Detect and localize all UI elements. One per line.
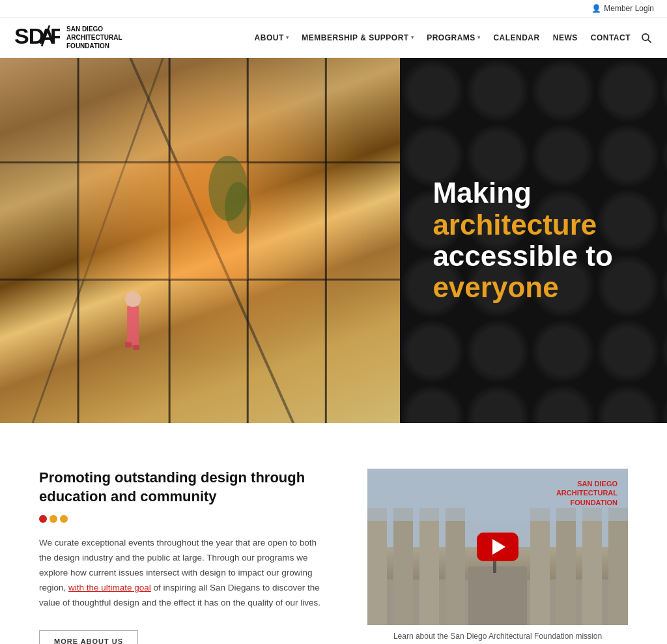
content-body: We curate exceptional events throughout … [39, 536, 328, 611]
nav-item-contact[interactable]: CONTACT [586, 29, 636, 46]
more-about-us-button[interactable]: MORE ABOUT US [39, 630, 138, 644]
member-login-label: Member Login [604, 4, 654, 13]
user-icon: 👤 [591, 4, 601, 13]
chevron-down-icon: ▾ [286, 35, 289, 40]
body-link[interactable]: with the ultimate goal [68, 583, 151, 593]
play-button[interactable] [477, 533, 518, 561]
content-section: Promoting outstanding design through edu… [0, 423, 667, 644]
site-header: SD A F SAN DIEGO ARCHITECTURAL FOUNDATIO… [0, 18, 667, 58]
svg-point-18 [225, 182, 251, 234]
brand-line2: ARCHITECTURAL [556, 489, 617, 497]
svg-rect-19 [127, 306, 139, 345]
content-right: SAN DIEGO ARCHITECTURAL FOUNDATION Learn… [367, 469, 628, 641]
main-nav: ABOUT ▾ MEMBERSHIP & SUPPORT ▾ PROGRAMS … [249, 29, 654, 47]
org-name-line1: SAN DIEGO [66, 25, 103, 33]
top-bar: 👤 Member Login [0, 0, 667, 18]
headline-accent2: everyone [433, 271, 558, 303]
logo-text: SAN DIEGO ARCHITECTURAL FOUNDATION [66, 25, 122, 50]
nav-item-membership[interactable]: MEMBERSHIP & SUPPORT ▾ [296, 29, 419, 46]
nav-item-news[interactable]: NEWS [548, 29, 583, 46]
nav-item-calendar[interactable]: CALENDAR [488, 29, 545, 46]
logo-svg: SD A F [13, 23, 60, 49]
nav-label-news: NEWS [553, 33, 578, 42]
headline-word3: accessible to [433, 240, 612, 272]
nav-label-calendar: CALENDAR [493, 33, 539, 42]
video-thumbnail[interactable]: SAN DIEGO ARCHITECTURAL FOUNDATION [367, 469, 628, 625]
logo-mark: SD A F [13, 23, 60, 52]
org-name-line3: FOUNDATION [66, 42, 109, 50]
dot-red [39, 515, 47, 523]
org-name-line2: ARCHITECTURAL [66, 34, 122, 41]
nav-item-about[interactable]: ABOUT ▾ [249, 29, 294, 46]
dot-orange [50, 515, 57, 523]
content-heading: Promoting outstanding design through edu… [39, 469, 328, 506]
svg-point-20 [125, 291, 141, 307]
svg-rect-16 [78, 162, 169, 280]
nav-label-about: ABOUT [255, 33, 284, 42]
site-logo[interactable]: SD A F SAN DIEGO ARCHITECTURAL FOUNDATIO… [13, 23, 122, 52]
hero-image [0, 58, 400, 423]
arch-overlay [0, 58, 400, 423]
svg-rect-22 [133, 345, 139, 350]
decorative-dots [39, 515, 328, 523]
svg-rect-21 [125, 342, 132, 347]
nav-item-programs[interactable]: PROGRAMS ▾ [421, 29, 485, 46]
headline-word1: Making [433, 177, 532, 209]
hero-right-panel: Making architecture accessible to everyo… [400, 58, 667, 423]
brand-line3: FOUNDATION [570, 499, 617, 506]
dot-orange2 [60, 515, 68, 523]
svg-line-6 [648, 40, 651, 42]
headline-accent1: architecture [433, 209, 597, 241]
youtube-brand: SAN DIEGO ARCHITECTURAL FOUNDATION [556, 479, 617, 507]
nav-label-programs: PROGRAMS [427, 33, 475, 42]
content-left: Promoting outstanding design through edu… [39, 469, 328, 644]
brand-line1: SAN DIEGO [577, 480, 617, 488]
nav-label-contact: CONTACT [591, 33, 631, 42]
nav-label-membership: MEMBERSHIP & SUPPORT [302, 33, 408, 42]
play-triangle-icon [492, 539, 505, 555]
brand-text: SAN DIEGO ARCHITECTURAL FOUNDATION [556, 479, 617, 507]
youtube-overlay: SAN DIEGO ARCHITECTURAL FOUNDATION [367, 469, 628, 625]
hero-headline: Making architecture accessible to everyo… [433, 177, 612, 304]
search-button[interactable] [638, 29, 654, 47]
member-login-link[interactable]: 👤 Member Login [591, 4, 654, 13]
chevron-down-icon: ▾ [411, 35, 414, 40]
search-icon [641, 33, 651, 43]
hero-text: Making architecture accessible to everyo… [433, 177, 612, 304]
svg-text:F: F [50, 23, 60, 48]
hero-section: Making architecture accessible to everyo… [0, 58, 667, 423]
chevron-down-icon: ▾ [477, 35, 481, 40]
video-caption: Learn about the San Diego Architectural … [367, 632, 628, 641]
